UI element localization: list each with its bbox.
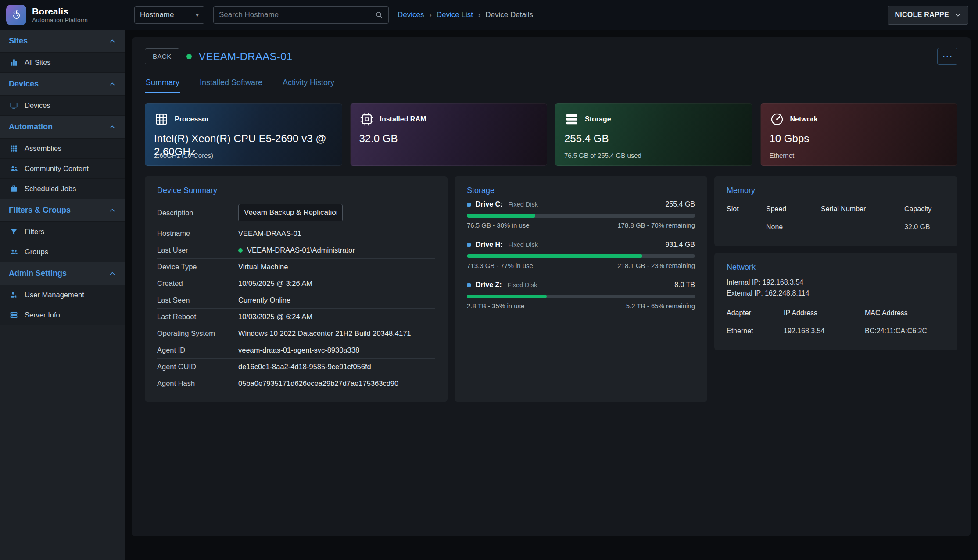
sidebar-item-label: Assemblies <box>25 144 61 153</box>
row-value: 05ba0e7935171d626ecea29b27d7ae175363cd90 <box>238 379 398 388</box>
sidebar-section-filters-groups[interactable]: Filters & Groups <box>0 199 125 222</box>
row-value: Currently Online <box>238 296 290 304</box>
app-root: Borealis Automation Platform Hostname ▾ … <box>0 0 978 560</box>
sidebar-section-devices[interactable]: Devices <box>0 73 125 96</box>
filter-icon <box>10 228 18 236</box>
tab-installed-software[interactable]: Installed Software <box>199 73 263 93</box>
sidebar-item-label: Filters <box>25 228 44 236</box>
processor-card: Processor Intel(R) Xeon(R) CPU E5-2690 v… <box>145 103 342 166</box>
row-label: Created <box>157 279 238 288</box>
chevron-up-icon <box>109 38 116 45</box>
brand-header: Borealis Automation Platform <box>0 0 125 30</box>
drive-z: Drive Z: Fixed Disk 8.0 TB 2.8 TB - 35% … <box>467 281 695 310</box>
row-value: veeam-draas-01-agent-svc-8930a338 <box>238 346 359 354</box>
sidebar-item-label: Groups <box>25 248 48 256</box>
device-summary-card: Device Summary Description Hostname VEEA… <box>145 176 448 402</box>
cpu-icon <box>154 112 169 127</box>
breadcrumb-current: Device Details <box>485 11 533 19</box>
section-label: Admin Settings <box>9 269 67 278</box>
back-button[interactable]: BACK <box>145 48 179 64</box>
storage-stack-icon <box>564 112 579 127</box>
sidebar-item-all-sites[interactable]: All Sites <box>0 53 125 73</box>
more-actions-button[interactable]: ⋯ <box>937 48 957 65</box>
storage-drives-card: Storage Drive C: Fixed Disk 255.4 GB <box>455 176 707 402</box>
memory-serial <box>821 223 904 231</box>
brand-tagline: Automation Platform <box>32 17 88 24</box>
summary-row-device-type: Device Type Virtual Machine <box>157 259 435 275</box>
summary-row-operating-system: Operating System Windows 10 2022 Datacen… <box>157 325 435 342</box>
community-people-icon <box>10 164 18 173</box>
column-header: Adapter <box>727 309 784 317</box>
network-panel-title: Network <box>727 263 945 272</box>
memory-table-row: None 32.0 GB <box>727 218 945 236</box>
stat-card-label: Network <box>790 115 818 123</box>
tab-summary[interactable]: Summary <box>145 73 180 93</box>
user-name: NICOLE RAPPE <box>895 11 949 19</box>
user-management-icon <box>10 291 18 299</box>
user-menu-button[interactable]: NICOLE RAPPE <box>888 6 968 25</box>
detail-columns: Device Summary Description Hostname VEEA… <box>145 176 957 402</box>
row-label: Last Reboot <box>157 313 238 321</box>
drive-c: Drive C: Fixed Disk 255.4 GB 76.5 GB - 3… <box>467 200 695 229</box>
drive-size: 931.4 GB <box>665 241 695 249</box>
search-icon[interactable] <box>375 11 383 19</box>
drive-usage-bar <box>467 254 695 258</box>
description-input[interactable] <box>238 204 343 221</box>
devices-icon <box>10 101 18 110</box>
row-label: Operating System <box>157 329 238 338</box>
memory-slot <box>727 223 766 231</box>
external-ip-value: 162.248.8.114 <box>765 289 809 297</box>
internal-ip-label: Internal IP: <box>727 278 760 286</box>
network-value: 10 Gbps <box>770 132 949 145</box>
row-label: Agent GUID <box>157 363 238 371</box>
network-card: Network 10 Gbps Ethernet <box>760 103 958 166</box>
summary-row-last-user: Last User VEEAM-DRAAS-01\Administrator <box>157 242 435 259</box>
sidebar-item-server-info[interactable]: Server Info <box>0 305 125 325</box>
sidebar-item-user-management[interactable]: User Management <box>0 285 125 305</box>
sidebar-item-label: Server Info <box>25 311 60 319</box>
network-details-card: Network Internal IP: 192.168.3.54 Extern… <box>714 253 957 350</box>
network-table-header: Adapter IP Address MAC Address <box>727 304 945 322</box>
summary-row-last-seen: Last Seen Currently Online <box>157 292 435 309</box>
sidebar-item-devices[interactable]: Devices <box>0 96 125 116</box>
search-input[interactable] <box>219 11 375 19</box>
network-table-row: Ethernet 192.168.3.54 BC:24:11:CA:C6:2C <box>727 322 945 340</box>
sidebar-section-sites[interactable]: Sites <box>0 30 125 53</box>
breadcrumb-separator-icon: › <box>429 10 431 20</box>
adapter-mac: BC:24:11:CA:C6:2C <box>865 327 945 335</box>
drive-used-text: 2.8 TB - 35% in use <box>467 302 524 310</box>
ram-chip-icon <box>359 112 374 127</box>
summary-row-description: Description <box>157 200 435 225</box>
section-label: Sites <box>9 36 28 46</box>
drive-type: Fixed Disk <box>508 282 537 289</box>
memory-speed: None <box>766 223 821 231</box>
adapter-name: Ethernet <box>727 327 784 335</box>
summary-row-hostname: Hostname VEEAM-DRAAS-01 <box>157 225 435 242</box>
tab-activity-history[interactable]: Activity History <box>282 73 335 93</box>
column-header: Speed <box>766 205 821 213</box>
drive-type: Fixed Disk <box>508 241 538 248</box>
drive-h: Drive H: Fixed Disk 931.4 GB 713.3 GB - … <box>467 241 695 269</box>
section-label: Filters & Groups <box>9 206 71 215</box>
sidebar: Sites All Sites Devices Devices Automati… <box>0 30 125 560</box>
sidebar-item-filters[interactable]: Filters <box>0 222 125 242</box>
internal-ip-line: Internal IP: 192.168.3.54 <box>727 277 945 288</box>
device-tabs: Summary Installed Software Activity Hist… <box>145 73 957 93</box>
dropdown-caret-icon: ▾ <box>196 11 199 18</box>
sidebar-item-assemblies[interactable]: Assemblies <box>0 139 125 159</box>
sidebar-section-automation[interactable]: Automation <box>0 116 125 139</box>
sidebar-item-scheduled-jobs[interactable]: Scheduled Jobs <box>0 179 125 199</box>
brand-name: Borealis <box>32 6 88 17</box>
breadcrumb-devices-link[interactable]: Devices <box>398 11 424 19</box>
hostname-filter-dropdown[interactable]: Hostname ▾ <box>134 6 204 24</box>
breadcrumb-device-list-link[interactable]: Device List <box>437 11 473 19</box>
column-header: IP Address <box>784 309 865 317</box>
row-value: Virtual Machine <box>238 263 288 271</box>
sidebar-item-groups[interactable]: Groups <box>0 242 125 262</box>
stat-card-label: Processor <box>175 115 209 123</box>
drive-name: Drive H: <box>476 241 502 249</box>
sidebar-section-admin-settings[interactable]: Admin Settings <box>0 262 125 285</box>
chevron-down-icon <box>954 11 961 18</box>
section-label: Devices <box>9 79 39 89</box>
sidebar-item-community-content[interactable]: Community Content <box>0 159 125 179</box>
